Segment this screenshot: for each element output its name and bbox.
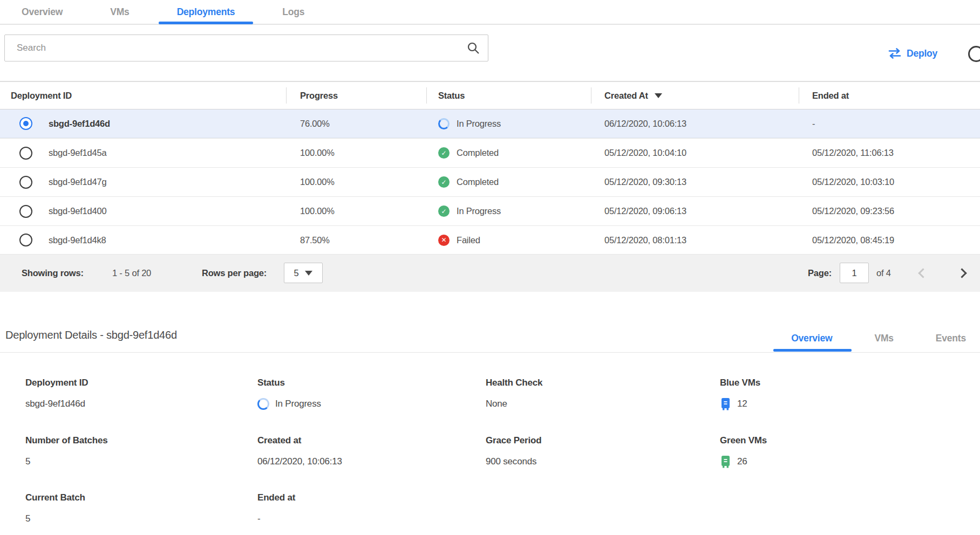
field-value: -	[257, 512, 295, 525]
previous-page-button[interactable]	[920, 255, 927, 292]
tab-vms[interactable]: VMs	[110, 0, 129, 24]
row-radio-button[interactable]	[19, 205, 32, 218]
status-label: Completed	[457, 148, 499, 158]
deploy-button[interactable]: Deploy	[888, 45, 937, 61]
page-label: Page:	[808, 255, 832, 292]
progress-cell: 100.00%	[286, 177, 426, 187]
deployments-table: Deployment ID Progress Status Created At…	[0, 81, 980, 255]
field-value: None	[486, 397, 542, 410]
field-label: Blue VMs	[720, 378, 760, 388]
status-label: In Progress	[457, 206, 501, 216]
ended-at-cell: 05/12/2020, 11:06:13	[799, 148, 980, 158]
row-radio-button[interactable]	[19, 147, 32, 160]
field-value: 06/12/2020, 10:06:13	[257, 455, 342, 468]
in-progress-spinner-icon	[257, 398, 269, 410]
search-input[interactable]	[4, 35, 488, 61]
sort-descending-icon	[655, 93, 662, 98]
field-value: 5	[25, 512, 85, 525]
field-value: 5	[25, 455, 107, 468]
chevron-down-icon	[305, 271, 312, 276]
field-label: Health Check	[486, 378, 542, 388]
status-in-progress-icon	[438, 118, 450, 129]
created-at-cell: 06/12/2020, 10:06:13	[591, 119, 799, 129]
tab-deployments[interactable]: Deployments	[177, 0, 235, 24]
field-value: 26	[737, 456, 747, 467]
details-tab-events[interactable]: Events	[936, 333, 966, 344]
deploy-swap-arrows-icon	[888, 48, 902, 59]
status-completed-icon	[438, 176, 450, 188]
table-pagination-footer: Showing rows: 1 - 5 of 20 Rows per page:…	[0, 255, 980, 292]
field-value: 900 seconds	[486, 455, 541, 468]
ended-at-cell: 05/12/2020, 10:03:10	[799, 177, 980, 187]
field-value: 12	[737, 399, 747, 409]
page-total: of 4	[876, 255, 891, 292]
progress-cell: 100.00%	[286, 206, 426, 216]
search-container	[4, 35, 488, 61]
progress-cell: 76.00%	[286, 119, 426, 129]
tab-label: VMs	[110, 6, 129, 18]
deploy-button-label: Deploy	[907, 48, 937, 59]
ended-at-cell: 05/12/2020, 08:45:19	[799, 235, 980, 245]
details-section-title: Deployment Details - sbgd-9ef1d46d	[5, 329, 177, 341]
row-radio-button[interactable]	[19, 176, 32, 189]
showing-rows-label: Showing rows:	[22, 255, 84, 292]
column-header-created-at[interactable]: Created At	[591, 82, 799, 109]
tab-label: Logs	[282, 6, 304, 18]
tab-overview[interactable]: Overview	[22, 0, 63, 24]
details-divider	[0, 352, 980, 353]
green-vm-icon	[720, 455, 731, 468]
status-label: Completed	[457, 177, 499, 187]
details-tab-overview[interactable]: Overview	[791, 333, 832, 344]
column-header-status: Status	[426, 82, 591, 109]
rows-per-page-select[interactable]: 5	[284, 263, 323, 283]
tab-label: Deployments	[177, 6, 235, 18]
created-at-cell: 05/12/2020, 08:01:13	[591, 235, 799, 245]
field-label: Current Batch	[25, 492, 85, 503]
blue-vm-icon	[720, 397, 731, 410]
status-failed-icon	[438, 235, 450, 246]
deployment-id-cell: sbgd-9ef1d400	[49, 206, 107, 216]
status-label: Failed	[457, 235, 480, 245]
status-completed-icon	[438, 205, 450, 217]
detail-field-created-at: Created at 06/12/2020, 10:06:13	[257, 435, 342, 468]
table-row[interactable]: sbgd-9ef1d46d 76.00% In Progress 06/12/2…	[0, 109, 980, 138]
tab-label: Events	[936, 333, 966, 344]
main-tab-bar: Overview VMs Deployments Logs	[0, 0, 980, 25]
table-row[interactable]: sbgd-9ef1d45a 100.00% Completed 05/12/20…	[0, 138, 980, 167]
refresh-icon[interactable]	[968, 46, 980, 62]
table-row[interactable]: sbgd-9ef1d400 100.00% In Progress 05/12/…	[0, 196, 980, 225]
rows-per-page-value: 5	[294, 268, 299, 278]
row-radio-button[interactable]	[19, 117, 32, 130]
deployment-id-cell: sbgd-9ef1d4k8	[49, 235, 106, 245]
status-completed-icon	[438, 147, 450, 159]
ended-at-cell: -	[799, 119, 980, 129]
field-label: Grace Period	[486, 435, 541, 446]
page-number-input[interactable]	[840, 263, 869, 283]
column-header-ended-at: Ended at	[799, 82, 980, 109]
table-row[interactable]: sbgd-9ef1d47g 100.00% Completed 05/12/20…	[0, 167, 980, 196]
created-at-cell: 05/12/2020, 10:04:10	[591, 148, 799, 158]
chevron-left-icon	[918, 268, 928, 278]
field-label: Status	[257, 378, 321, 388]
field-label: Created at	[257, 435, 342, 446]
details-tab-bar: Overview VMs Events	[791, 327, 966, 349]
details-tab-vms[interactable]: VMs	[874, 333, 893, 344]
showing-rows-value: 1 - 5 of 20	[112, 255, 151, 292]
field-label: Green VMs	[720, 435, 767, 446]
progress-cell: 100.00%	[286, 148, 426, 158]
column-header-deployment-id: Deployment ID	[0, 82, 286, 109]
detail-field-blue-vms: Blue VMs 12	[720, 378, 760, 410]
next-page-button[interactable]	[958, 255, 965, 292]
status-label: In Progress	[457, 119, 501, 129]
tab-logs[interactable]: Logs	[282, 0, 304, 24]
table-row[interactable]: sbgd-9ef1d4k8 87.50% Failed 05/12/2020, …	[0, 225, 980, 255]
row-radio-button[interactable]	[19, 234, 32, 246]
field-label: Ended at	[257, 492, 295, 503]
field-value: sbgd-9ef1d46d	[25, 397, 88, 410]
tab-label: Overview	[791, 333, 832, 344]
detail-field-current-batch: Current Batch 5	[25, 492, 85, 525]
tab-label: Overview	[22, 6, 63, 18]
rows-per-page-label: Rows per page:	[202, 255, 267, 292]
detail-field-grace-period: Grace Period 900 seconds	[486, 435, 541, 468]
tab-label: VMs	[874, 333, 893, 344]
